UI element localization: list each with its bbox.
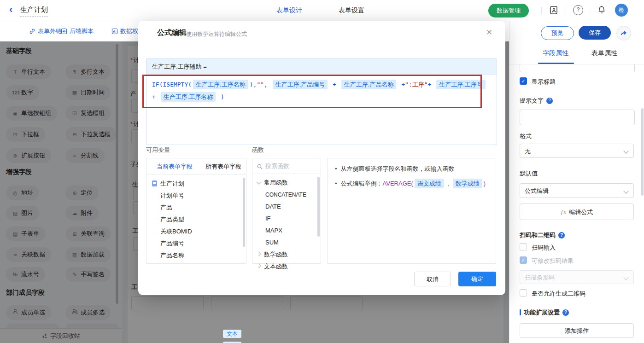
extension-help-icon[interactable]: ?	[562, 309, 569, 316]
function-group-common[interactable]: 常用函数	[257, 177, 288, 189]
scan-input-checkbox[interactable]	[520, 243, 527, 250]
edit-formula-button[interactable]: ƒx编辑公式	[520, 203, 634, 220]
properties-scrollbar[interactable]	[641, 108, 644, 196]
chevron-down-icon	[623, 148, 628, 153]
tip-example-line: •公式编辑举例：AVERAGE(语文成绩，数学成绩)	[335, 179, 488, 188]
header-divider	[566, 7, 566, 14]
scan-input-label: 扫码输入	[532, 244, 556, 252]
function-item[interactable]: SUM	[265, 237, 279, 249]
scan-help-icon[interactable]: ?	[558, 232, 565, 238]
function-item[interactable]: DATE	[265, 201, 281, 213]
app-root: 基础字段 T单行文本 ¶多行文本 123数字 ▦日期时间 ◉单选按钮组 ☑复选框…	[0, 0, 644, 343]
modal-subtitle: 使用数学运算符编辑公式	[186, 30, 247, 38]
field-token: 生产工序.工序名称	[161, 92, 216, 102]
chevron-right-icon	[257, 264, 261, 268]
variable-row[interactable]: 产品	[160, 202, 172, 214]
default-value-label: 默认值	[520, 169, 538, 178]
hint-text-label: 提示文字?	[520, 97, 553, 105]
hint-text-input[interactable]	[520, 110, 635, 125]
field-token: 生产工序.产品名称	[341, 80, 397, 89]
close-icon[interactable]: ✕	[486, 28, 492, 37]
variables-scrollbar[interactable]	[243, 178, 245, 247]
tab-form-design[interactable]: 表单设计	[276, 0, 302, 21]
chevron-right-icon	[257, 252, 261, 256]
back-icon[interactable]: ‹	[9, 4, 12, 16]
notification-bell-icon[interactable]	[597, 5, 607, 15]
function-search[interactable]: 搜索函数	[252, 158, 321, 174]
formula-editor-box: 生产工序.工序辅助 = IF(ISEMPTY(生产工序.工序名称),"", 生产…	[146, 58, 497, 145]
allow-qr-label: 是否允许生成二维码	[532, 290, 585, 298]
chevron-down-icon	[257, 180, 261, 185]
function-group-text[interactable]: 文本函数	[257, 261, 288, 273]
form-doc-icon	[152, 180, 157, 186]
formula-target: 生产工序.工序辅助 =	[146, 59, 497, 75]
variables-tabs: 当前表单字段 所有表单字段	[146, 158, 246, 175]
allow-qr-checkbox[interactable]	[520, 289, 527, 296]
app-header: ‹ 生产计划 表单设计 表单设置 数据管理 ? 检	[0, 0, 644, 21]
chevron-down-icon	[623, 275, 628, 280]
form-external-link[interactable]: 表单外链	[29, 21, 62, 41]
tab-current-form-fields[interactable]: 当前表单字段	[157, 158, 193, 175]
scan-modifiable-label: 可修改扫码结果	[532, 257, 574, 265]
user-avatar[interactable]: 检	[615, 4, 628, 17]
save-button[interactable]: 保存	[579, 26, 611, 40]
field-token: 生产工序.产品编号	[273, 80, 328, 89]
variable-row[interactable]: 关联BOMID	[160, 226, 192, 238]
show-title-checkbox[interactable]: ✓	[520, 77, 527, 85]
tab-field-properties[interactable]: 字段属性	[543, 49, 568, 58]
formula-code-area[interactable]: IF(ISEMPTY(生产工序.工序名称),"", 生产工序.产品编号 + 生产…	[146, 75, 497, 145]
tab-form-settings[interactable]: 表单设置	[339, 0, 364, 21]
backend-script-link[interactable]: 后端脚本	[61, 21, 94, 41]
field-token: 生产工序.工序名称	[193, 80, 248, 89]
field-type-badge: 文本	[223, 330, 241, 338]
data-permission-icon	[111, 28, 118, 35]
search-icon	[257, 164, 263, 169]
cancel-button[interactable]: 取消	[414, 272, 451, 286]
contacts-icon[interactable]	[549, 5, 559, 15]
preview-button[interactable]: 预览	[541, 26, 574, 40]
variable-row[interactable]: 产品类型	[160, 214, 184, 226]
function-item[interactable]: CONCATENATE	[265, 189, 306, 201]
data-manage-button[interactable]: 数据管理	[488, 4, 529, 17]
share-arrow-icon	[620, 29, 627, 36]
format-label: 格式	[520, 132, 532, 140]
field-token: 生产工序.工序号	[436, 80, 486, 89]
function-item[interactable]: MAPX	[265, 225, 282, 237]
header-divider	[590, 7, 590, 14]
function-item[interactable]: IF	[265, 213, 271, 225]
extension-section-title: 功能扩展设置?	[520, 308, 569, 317]
header-divider	[541, 7, 542, 14]
script-icon	[61, 28, 67, 35]
add-action-button[interactable]: 添加操作	[520, 323, 634, 338]
functions-scrollbar[interactable]	[317, 177, 320, 237]
page-title[interactable]: 生产计划	[20, 6, 48, 17]
default-value-select[interactable]: 公式编辑	[520, 183, 634, 198]
link-icon	[29, 28, 35, 35]
example-token: 语文成绩	[415, 179, 444, 188]
properties-panel: 预览 保存 字段属性 表单属性 ✓ 显示标题 提示文字? 格式 无 默认值 公式…	[509, 21, 644, 343]
formula-tips-panel: •从左侧面板选择字段名和函数，或输入函数 •公式编辑举例：AVERAGE(语文成…	[327, 158, 496, 264]
function-group-math[interactable]: 数学函数	[257, 249, 288, 261]
modal-header-divider	[138, 44, 505, 44]
variable-row[interactable]: 产品编号	[160, 238, 184, 250]
scan-mode-select[interactable]: 扫描条形码	[520, 270, 634, 284]
search-placeholder: 搜索函数	[265, 163, 289, 169]
tree-root-form[interactable]: 生产计划	[152, 178, 184, 190]
variable-row[interactable]: 产品名称	[160, 250, 184, 262]
tip-line: •从左侧面板选择字段名和函数，或输入函数	[335, 165, 488, 173]
variables-panel: 当前表单字段 所有表单字段 生产计划 计划单号文本 产品文本 产品类型文本 关联…	[146, 158, 246, 264]
help-icon[interactable]: ?	[573, 5, 583, 15]
modal-title: 公式编辑	[157, 28, 187, 38]
variable-row[interactable]: 计划单号	[160, 190, 184, 202]
title-input-partial[interactable]	[520, 64, 635, 72]
tab-form-properties[interactable]: 表单属性	[591, 49, 617, 58]
show-title-label: 显示标题	[532, 78, 556, 86]
share-button[interactable]	[616, 26, 631, 41]
hint-help-icon[interactable]: ?	[546, 98, 553, 104]
scan-modifiable-checkbox[interactable]: ✓	[520, 256, 527, 264]
format-select[interactable]: 无	[520, 144, 634, 158]
confirm-button[interactable]: 确定	[458, 272, 496, 286]
tab-all-form-fields[interactable]: 所有表单字段	[205, 158, 241, 175]
formula-editor-modal: 公式编辑 使用数学运算符编辑公式 ✕ 生产工序.工序辅助 = IF(ISEMPT…	[138, 21, 505, 295]
functions-label: 函数	[252, 146, 264, 154]
